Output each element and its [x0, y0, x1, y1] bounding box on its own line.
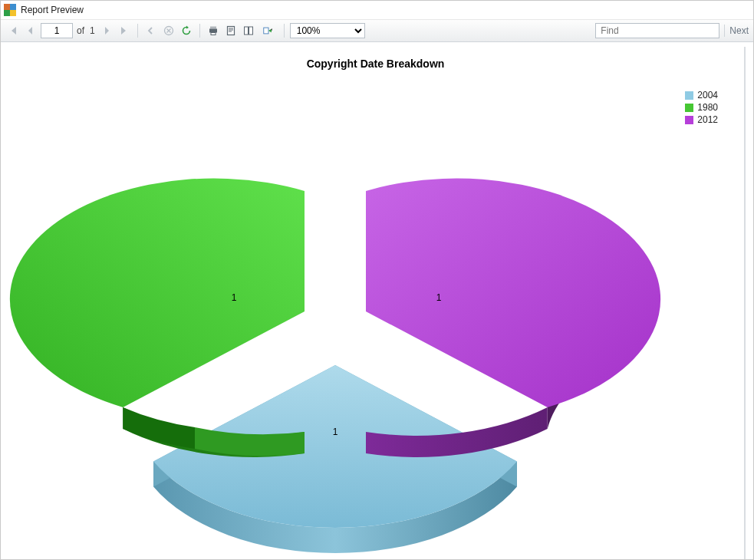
page-total-label: 1	[90, 25, 95, 36]
svg-rect-3	[211, 33, 216, 35]
print-layout-button[interactable]	[223, 23, 239, 38]
svg-rect-1	[210, 27, 216, 29]
slice-label-2012: 1	[436, 292, 442, 303]
report-preview-window: Report Preview of 1	[0, 0, 754, 560]
toolbar-separator	[199, 24, 200, 38]
window-title: Report Preview	[21, 5, 84, 15]
legend-label: 2004	[697, 90, 718, 100]
find-input[interactable]	[595, 23, 719, 38]
svg-rect-4	[227, 27, 234, 35]
stop-button[interactable]	[161, 23, 176, 38]
legend-item-2012: 2012	[685, 114, 718, 125]
legend-label: 2012	[697, 114, 718, 125]
legend-swatch	[685, 91, 693, 100]
slice-label-1980: 1	[232, 292, 237, 303]
back-button[interactable]	[143, 23, 159, 38]
first-page-button[interactable]	[5, 23, 21, 38]
report-paper: Copyright Date Breakdown 2004 1980 2012	[7, 47, 744, 559]
legend-item-1980: 1980	[685, 102, 718, 113]
next-page-button[interactable]	[99, 23, 114, 38]
pie-slice-2004: 1	[153, 365, 517, 553]
chart-title: Copyright Date Breakdown	[7, 58, 744, 70]
find-next-button[interactable]: Next	[729, 25, 749, 36]
legend-label: 1980	[697, 102, 718, 113]
toolbar-separator	[724, 25, 725, 37]
print-button[interactable]	[206, 23, 221, 38]
svg-rect-2	[209, 29, 217, 33]
zoom-select[interactable]: 100%	[290, 23, 365, 38]
svg-rect-7	[263, 28, 268, 34]
export-button[interactable]	[258, 23, 278, 38]
svg-rect-6	[249, 27, 252, 35]
page-number-input[interactable]	[41, 23, 73, 38]
titlebar: Report Preview	[1, 1, 753, 20]
svg-rect-5	[244, 27, 248, 35]
app-icon	[4, 4, 16, 16]
chart-legend: 2004 1980 2012	[685, 90, 718, 125]
pie-chart: 1	[95, 116, 647, 559]
legend-swatch	[685, 104, 693, 112]
toolbar-separator	[284, 24, 285, 38]
slice-label-2004: 1	[333, 427, 338, 437]
toolbar: of 1 100%	[1, 20, 753, 42]
page-of-label: of	[77, 25, 84, 36]
prev-page-button[interactable]	[23, 23, 38, 38]
page-setup-button[interactable]	[241, 23, 256, 38]
legend-item-2004: 2004	[685, 90, 718, 100]
find-area: Next	[595, 23, 749, 38]
refresh-button[interactable]	[179, 23, 194, 38]
legend-swatch	[685, 116, 693, 124]
report-surface: Copyright Date Breakdown 2004 1980 2012	[1, 42, 753, 559]
toolbar-separator	[137, 24, 138, 38]
last-page-button[interactable]	[117, 23, 132, 38]
